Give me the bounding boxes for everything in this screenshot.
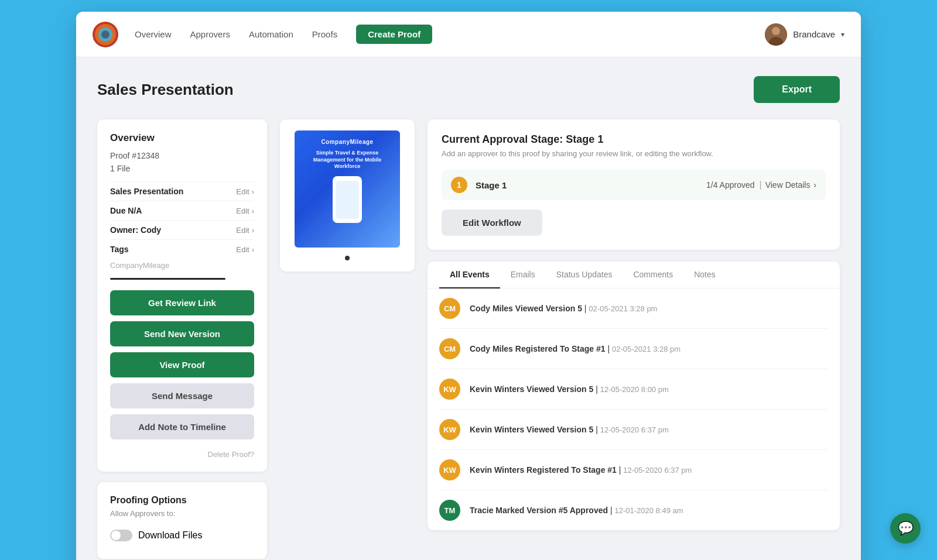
nav-logo: [93, 22, 118, 47]
nav-automation[interactable]: Automation: [249, 26, 293, 43]
proof-image: CompanyMileage Simple Travel & Expense M…: [295, 130, 400, 248]
event-text: Kevin Winters Viewed Version 5 | 12-05-2…: [470, 425, 669, 434]
send-new-version-button[interactable]: Send New Version: [110, 321, 254, 346]
event-time: 12-01-2020 8:49 am: [614, 506, 683, 515]
nav-proofs[interactable]: Proofs: [312, 26, 337, 43]
preview-phone-screen: [336, 181, 359, 219]
chat-icon: 💬: [898, 521, 914, 536]
event-avatar: KW: [439, 379, 460, 400]
event-text: Cody Miles Registered To Stage #1 | 02-0…: [470, 344, 680, 353]
overview-row-due: Due N/A Edit ›: [110, 201, 254, 220]
proofing-row-download: Download Files: [110, 525, 254, 546]
overview-row-owner: Owner: Cody Edit ›: [110, 220, 254, 239]
event-avatar: CM: [439, 338, 460, 359]
left-column: Overview Proof #12348 1 File Sales Prese…: [97, 119, 267, 559]
tab-comments[interactable]: Comments: [623, 262, 683, 288]
dot-1[interactable]: [345, 256, 350, 260]
tab-notes[interactable]: Notes: [683, 262, 726, 288]
event-avatar: TM: [439, 500, 460, 521]
proofing-title: Proofing Options: [110, 495, 254, 506]
event-row: TMTracie Marked Version #5 Approved | 12…: [439, 490, 828, 530]
svg-point-3: [101, 30, 110, 39]
events-card: All Events Emails Status Updates Comment…: [428, 262, 840, 530]
event-row: CMCody Miles Registered To Stage #1 | 02…: [439, 329, 828, 369]
top-nav: Overview Approvers Automation Proofs Cre…: [76, 12, 861, 57]
app-window: Overview Approvers Automation Proofs Cre…: [76, 12, 861, 560]
events-list: CMCody Miles Viewed Version 5 | 02-05-20…: [428, 288, 840, 530]
event-text: Tracie Marked Version #5 Approved | 12-0…: [470, 506, 683, 515]
proofing-subtitle: Allow Approvers to:: [110, 509, 254, 518]
tags-label: Tags: [110, 245, 129, 254]
tags-edit[interactable]: Edit ›: [236, 245, 254, 254]
stage-approved-count: 1/4 Approved: [706, 180, 755, 190]
toggle-knob: [111, 531, 121, 540]
view-proof-button[interactable]: View Proof: [110, 352, 254, 377]
approval-card: Current Approval Stage: Stage 1 Add an a…: [428, 119, 840, 250]
columns-layout: Overview Proof #12348 1 File Sales Prese…: [97, 119, 840, 559]
preview-phone-graphic: [333, 176, 362, 223]
overview-row-tags: Tags Edit ›: [110, 239, 254, 259]
chevron-down-icon: ▾: [841, 30, 844, 39]
event-avatar: KW: [439, 419, 460, 440]
approval-title: Current Approval Stage: Stage 1: [442, 133, 826, 146]
tag-value: CompanyMileage: [110, 261, 254, 270]
due-edit[interactable]: Edit ›: [236, 207, 254, 215]
page-title: Sales Presentation: [97, 81, 234, 99]
get-review-link-button[interactable]: Get Review Link: [110, 290, 254, 315]
avatar: [765, 23, 787, 46]
owner-edit[interactable]: Edit ›: [236, 226, 254, 235]
nav-create-proof[interactable]: Create Proof: [356, 25, 432, 44]
right-column: Current Approval Stage: Stage 1 Add an a…: [428, 119, 840, 530]
nav-overview[interactable]: Overview: [135, 26, 172, 43]
event-row: KWKevin Winters Viewed Version 5 | 12-05…: [439, 410, 828, 450]
stage-number: 1: [451, 177, 467, 193]
preview-title: Simple Travel & Expense Management for t…: [300, 150, 394, 170]
arrow-icon: ›: [813, 180, 816, 190]
stage-row: 1 Stage 1 1/4 Approved | View Details ›: [442, 170, 826, 200]
view-details-link[interactable]: View Details ›: [765, 180, 816, 190]
event-time: 12-05-2020 6:37 pm: [623, 466, 692, 475]
event-time: 02-05-2021 3:28 pm: [612, 345, 680, 353]
delete-proof-link[interactable]: Delete Proof?: [110, 450, 254, 459]
nav-approvers[interactable]: Approvers: [190, 26, 230, 43]
stage-name: Stage 1: [476, 180, 706, 190]
event-avatar: KW: [439, 459, 460, 480]
event-row: KWKevin Winters Viewed Version 5 | 12-05…: [439, 369, 828, 410]
event-text: Kevin Winters Registered To Stage #1 | 1…: [470, 465, 692, 475]
export-button[interactable]: Export: [754, 76, 840, 103]
chat-button[interactable]: 💬: [890, 513, 921, 544]
pipe-separator: |: [760, 180, 762, 190]
nav-items: Overview Approvers Automation Proofs Cre…: [135, 25, 765, 44]
send-message-button[interactable]: Send Message: [110, 383, 254, 408]
nav-user-menu[interactable]: Brandcave ▾: [765, 23, 844, 46]
name-edit[interactable]: Edit ›: [236, 187, 254, 196]
event-row: CMCody Miles Viewed Version 5 | 02-05-20…: [439, 288, 828, 329]
event-time: 12-05-2020 8:00 pm: [600, 385, 669, 394]
event-time: 02-05-2021 3:28 pm: [589, 304, 657, 313]
event-avatar: CM: [439, 298, 460, 319]
name-label: Sales Presentation: [110, 187, 183, 196]
divider: [110, 278, 225, 280]
download-label: Download Files: [138, 530, 202, 541]
page-header: Sales Presentation Export: [97, 76, 840, 103]
owner-label: Owner: Cody: [110, 225, 161, 235]
event-text: Cody Miles Viewed Version 5 | 02-05-2021…: [470, 304, 657, 313]
due-label: Due N/A: [110, 206, 142, 215]
file-count: 1 File: [110, 164, 254, 173]
approval-subtitle: Add an approver to this proof by sharing…: [442, 149, 826, 158]
edit-workflow-button[interactable]: Edit Workflow: [442, 209, 542, 236]
overview-row-name: Sales Presentation Edit ›: [110, 181, 254, 201]
tab-status-updates[interactable]: Status Updates: [546, 262, 623, 288]
slide-indicator: [345, 256, 350, 260]
overview-heading: Overview: [110, 132, 254, 144]
proof-preview-card: CompanyMileage Simple Travel & Expense M…: [280, 119, 415, 272]
download-toggle[interactable]: [110, 530, 132, 541]
add-note-button[interactable]: Add Note to Timeline: [110, 414, 254, 439]
middle-column: CompanyMileage Simple Travel & Expense M…: [280, 119, 415, 272]
tab-emails[interactable]: Emails: [500, 262, 546, 288]
brand-name: Brandcave: [793, 29, 835, 39]
svg-point-5: [772, 27, 780, 35]
tab-all-events[interactable]: All Events: [439, 262, 500, 288]
preview-logo: CompanyMileage: [321, 139, 373, 145]
event-time: 12-05-2020 6:37 pm: [600, 425, 669, 434]
